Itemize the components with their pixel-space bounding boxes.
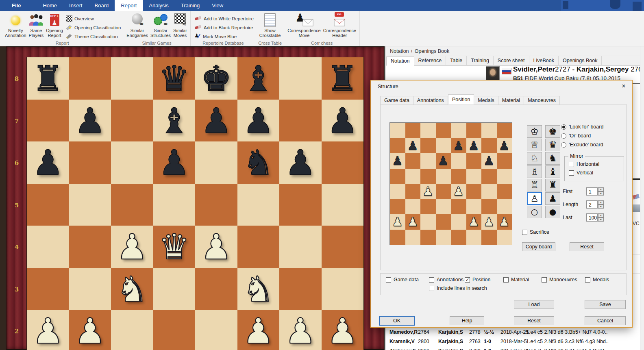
menu-tab-insert[interactable]: Insert [63,0,89,11]
tab-table[interactable]: Table [446,56,467,65]
board-square[interactable] [111,310,153,350]
spin-down-icon[interactable]: ▼ [598,217,604,222]
load-button[interactable]: Load [514,300,554,309]
table-row[interactable]: Mamedov,R2764Karjakin,S2778½-½2018-Apr-2… [386,328,644,337]
board-square[interactable] [420,169,436,184]
board-square[interactable] [481,138,497,154]
board-square[interactable] [451,230,466,245]
radio-exclude-board[interactable]: 'Exclude' board [561,142,603,148]
menu-tab-training[interactable]: Training [175,0,206,11]
board-square[interactable] [420,199,436,215]
help-button[interactable]: Help [450,316,484,325]
any-black-piece-button[interactable]: ● [545,206,560,218]
board-square[interactable] [69,184,111,226]
board-square[interactable] [279,268,322,310]
board-square[interactable] [195,184,237,226]
board-square[interactable] [481,123,497,138]
board-square[interactable] [111,184,153,226]
length-spinner-arrows[interactable]: ▲▼ [598,200,604,209]
menu-tab-home[interactable]: Home [37,0,63,11]
black-queen-button[interactable]: ♛ [545,139,560,151]
board-square[interactable] [466,123,482,138]
white-king-button[interactable]: ♔ [527,125,542,138]
board-square[interactable] [322,141,364,184]
add-white-repertoire-button[interactable]: Add to White Repertoire [194,15,254,22]
opening-report-button[interactable]: REP L♟OpeningReport [45,12,64,38]
board-square[interactable] [195,310,237,350]
white-pawn-button[interactable]: ♙ [527,192,542,205]
menu-tab-view[interactable]: View [206,0,229,11]
board-square[interactable] [390,123,405,138]
mark-move-blue-button[interactable]: ♟Mark Move Blue [194,33,254,39]
board-square[interactable] [436,230,451,245]
tab-reference[interactable]: Reference [414,56,446,65]
vertical-scrollbar[interactable] [640,46,644,350]
checkbox-mirror-vertical[interactable]: Vertical [569,170,593,176]
reset-board-button[interactable]: Reset [570,242,604,251]
checkbox-search-material[interactable]: Material [503,277,529,283]
board-square[interactable] [481,199,497,215]
first-spinner-arrows[interactable]: ▲▼ [598,187,604,196]
board-square[interactable] [279,100,322,142]
board-square[interactable] [27,226,69,268]
board-square[interactable] [27,100,69,142]
checkbox-search-manoeuvres[interactable]: Manoeuvres [542,277,577,283]
dialog-tab-position[interactable]: Position [448,94,474,105]
black-rook-button[interactable]: ♜ [545,179,560,191]
board-square[interactable] [195,268,237,310]
board-square[interactable] [237,184,280,226]
checkbox-include-lines[interactable]: Include lines in search [429,285,487,291]
white-rook-button[interactable]: ♖ [527,179,542,191]
board-square[interactable] [390,184,405,199]
board-square[interactable] [195,141,237,184]
board-square[interactable] [420,153,436,169]
board-square[interactable] [279,57,322,100]
close-icon[interactable]: × [618,82,630,91]
similar-moves-button[interactable]: ≈SimilarMoves [172,12,188,38]
checkbox-sacrifice[interactable]: Sacrifice [522,229,549,235]
menu-tab-board[interactable]: Board [89,0,115,11]
add-black-repertoire-button[interactable]: Add to Black Repertoire [194,24,254,30]
board-square[interactable] [481,184,497,199]
board-square[interactable] [111,57,153,100]
board-square[interactable] [436,184,451,199]
board-square[interactable] [390,138,405,154]
board-square[interactable] [451,199,466,215]
any-white-piece-button[interactable]: ○ [527,206,542,218]
board-square[interactable] [481,169,497,184]
board-square[interactable] [451,153,466,169]
tab-training[interactable]: Training [467,56,494,65]
black-pawn-button[interactable]: ♟ [545,192,560,205]
board-square[interactable] [27,184,69,226]
board-square[interactable] [322,268,364,310]
board-square[interactable] [466,184,482,199]
board-square[interactable] [436,138,451,154]
board-square[interactable] [451,214,466,230]
black-knight-button[interactable]: ♞ [545,152,560,165]
checkbox-search-medals[interactable]: Medals [585,277,609,283]
tab-notation[interactable]: Notation [386,57,414,66]
board-square[interactable] [466,199,482,215]
board-square[interactable] [279,184,322,226]
menu-tab-report[interactable]: Report [115,0,143,11]
spin-down-icon[interactable]: ▼ [598,191,604,196]
show-crosstable-button[interactable]: ShowCrosstable [258,12,282,38]
board-square[interactable] [405,169,421,184]
board-square[interactable] [322,226,364,268]
last-move-input[interactable]: 100 [586,213,598,222]
table-row[interactable]: Alekseev,E2616Karjakin,S27601-02017-Dec-… [386,347,644,350]
board-square[interactable] [420,230,436,245]
radio-look-for-board[interactable]: 'Look for' board [561,124,603,130]
board-square[interactable] [27,268,69,310]
first-move-input[interactable]: 1 [586,187,598,196]
menu-tab-file[interactable]: File [6,0,27,11]
cancel-button[interactable]: Cancel [585,316,626,325]
radio-or-board[interactable]: 'Or' board [561,133,591,139]
reset-button[interactable]: Reset [514,316,554,325]
board-square[interactable] [69,141,111,184]
board-square[interactable] [111,141,153,184]
novelty-annotation-button[interactable]: NoveltyAnnotation [4,12,28,38]
board-square[interactable] [405,153,421,169]
white-bishop-button[interactable]: ♗ [527,165,542,178]
board-square[interactable] [497,123,512,138]
